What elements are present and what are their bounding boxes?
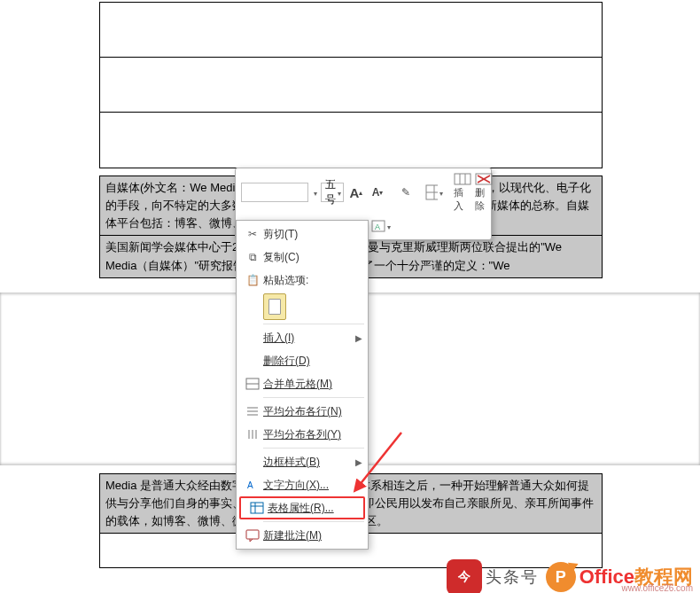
chevron-down-icon [338, 186, 341, 199]
table-top [99, 2, 603, 168]
ctx-label: 剪切(T) [263, 227, 362, 242]
paste-option-button[interactable] [263, 293, 286, 320]
separator [263, 397, 364, 398]
copy-icon: ⧉ [242, 251, 263, 263]
ctx-text-direction[interactable]: A 文字方向(X)... [237, 473, 368, 496]
ctx-new-comment[interactable]: 新建批注(M) [237, 524, 368, 547]
ctx-copy[interactable]: ⧉ 复制(C) [237, 246, 368, 269]
ctx-label: 表格属性(R)... [268, 502, 334, 514]
chevron-down-icon [387, 220, 391, 232]
toutiao-logo-icon: 今 [447, 559, 482, 593]
grow-font-button[interactable]: A▴ [347, 183, 365, 202]
insert-icon [454, 172, 471, 186]
ctx-insert[interactable]: 插入(I) ▶ [237, 326, 368, 349]
ctx-paste-options-header: 📋 粘贴选项: [237, 269, 368, 292]
ctx-label: 合并单元格(M) [263, 378, 332, 390]
ctx-label: 插入(I) [263, 332, 294, 344]
ctx-label: 粘贴选项: [263, 273, 362, 288]
font-size-value: 五号 [325, 177, 336, 207]
ctx-label: 删除行(D) [263, 355, 310, 367]
font-size-combo[interactable]: 五号 [321, 183, 344, 202]
chevron-down-icon [439, 186, 443, 199]
ctx-label: 平均分布各行(N) [263, 405, 342, 417]
svg-text:A: A [247, 480, 253, 490]
styles-button[interactable]: A [371, 216, 391, 236]
ctx-label: 复制(C) [263, 250, 362, 265]
svg-rect-3 [455, 174, 471, 184]
ctx-label: 新建批注(M) [263, 529, 322, 542]
separator [263, 448, 364, 449]
ctx-label: 边框样式(B) [263, 456, 320, 468]
distribute-cols-icon [242, 428, 263, 441]
ctx-delete-row[interactable]: 删除行(D) [237, 349, 368, 372]
scissors-icon: ✂ [242, 228, 263, 240]
separator [263, 521, 364, 522]
office-logo-icon: P [546, 562, 576, 592]
context-menu: ✂ 剪切(T) ⧉ 复制(C) 📋 粘贴选项: 插入(I) ▶ 删除行(D) 合… [236, 220, 369, 550]
ctx-label: 平均分布各列(Y) [263, 428, 341, 441]
watermark-text: 头条号 [486, 566, 539, 588]
distribute-rows-icon [242, 405, 263, 417]
chevron-right-icon: ▶ [355, 333, 362, 343]
font-name-dropdown-icon[interactable] [314, 186, 317, 199]
table-properties-icon [246, 502, 268, 514]
insert-label: 插入 [454, 186, 471, 213]
delete-label: 删除 [475, 186, 493, 213]
delete-icon [475, 172, 493, 186]
comment-icon [242, 529, 263, 542]
svg-rect-24 [246, 530, 259, 539]
border-gallery-button[interactable] [425, 183, 443, 202]
delete-button[interactable]: 删除 [475, 172, 493, 213]
styles-icon: A [371, 220, 385, 232]
clipboard-icon [268, 299, 281, 315]
insert-button[interactable]: 插入 [454, 172, 471, 213]
table-row[interactable] [100, 58, 602, 81]
ctx-dist-rows[interactable]: 平均分布各行(N) [237, 400, 368, 423]
font-name-combo[interactable] [241, 183, 308, 202]
paste-icon: 📋 [242, 274, 263, 286]
table-row[interactable] [100, 3, 602, 26]
format-painter-button[interactable]: ✎ [397, 183, 415, 202]
chevron-right-icon: ▶ [355, 457, 362, 467]
watermark-url: www.office26.com [622, 583, 693, 593]
merge-cells-icon [242, 378, 263, 390]
svg-rect-21 [251, 503, 263, 513]
ctx-cut[interactable]: ✂ 剪切(T) [237, 222, 368, 246]
shrink-font-button[interactable]: A▾ [369, 183, 386, 202]
table-row[interactable] [100, 113, 602, 136]
svg-text:A: A [375, 222, 380, 231]
ctx-merge-cells[interactable]: 合并单元格(M) [237, 372, 368, 395]
ctx-label: 文字方向(X)... [263, 479, 329, 491]
ctx-table-properties[interactable]: 表格属性(R)... [239, 496, 365, 519]
border-grid-icon [425, 184, 438, 200]
separator [263, 324, 364, 324]
ctx-dist-cols[interactable]: 平均分布各列(Y) [237, 423, 368, 446]
text-direction-icon: A [242, 479, 263, 491]
ctx-border-style[interactable]: 边框样式(B) ▶ [237, 450, 368, 473]
